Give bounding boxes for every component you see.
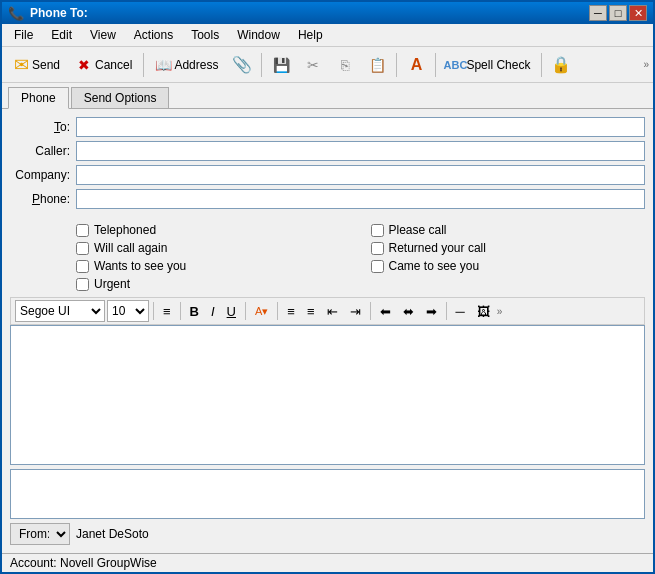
insert-rule-button[interactable]: ─ <box>451 300 470 322</box>
font-button[interactable]: A <box>401 51 431 79</box>
align-right-button[interactable]: ➡ <box>421 300 442 322</box>
paste-button[interactable]: 📋 <box>362 51 392 79</box>
insert-image-button[interactable]: 🖼 <box>472 300 495 322</box>
maximize-button[interactable]: □ <box>609 5 627 21</box>
wants-to-see-label: Wants to see you <box>94 259 186 273</box>
company-input[interactable] <box>76 165 645 185</box>
address-icon: 📖 <box>155 57 171 73</box>
separator-2 <box>261 53 262 77</box>
title-bar-left: 📞 Phone To: <box>8 6 88 21</box>
bold-button[interactable]: B <box>185 300 204 322</box>
please-call-checkbox[interactable] <box>371 224 384 237</box>
will-call-again-checkbox[interactable] <box>76 242 89 255</box>
check-urgent: Urgent <box>76 277 351 291</box>
title-bar: 📞 Phone To: ─ □ ✕ <box>2 2 653 24</box>
check-came-to-see: Came to see you <box>371 259 646 273</box>
paste-icon: 📋 <box>369 57 385 73</box>
check-will-call-again: Will call again <box>76 241 351 255</box>
decrease-indent-button[interactable]: ⇤ <box>322 300 343 322</box>
format-toolbar: Segoe UI 10 ≡ B I U A▾ ≡ ≡ ⇤ ⇥ ⬅ ⬌ ➡ ─ 🖼 <box>10 297 645 325</box>
copy-button[interactable]: ⎘ <box>330 51 360 79</box>
menu-actions[interactable]: Actions <box>126 26 181 44</box>
will-call-again-label: Will call again <box>94 241 167 255</box>
form-row-to: To: <box>10 117 645 137</box>
main-window: 📞 Phone To: ─ □ ✕ File Edit View Actions… <box>0 0 655 574</box>
save-icon: 💾 <box>273 57 289 73</box>
checkboxes-group: Telephoned Please call Will call again R… <box>76 223 645 291</box>
telephoned-checkbox[interactable] <box>76 224 89 237</box>
lock-button[interactable]: 🔒 <box>546 51 576 79</box>
align-left-button[interactable]: ⬅ <box>375 300 396 322</box>
underline-button[interactable]: U <box>222 300 241 322</box>
format-more: » <box>497 306 503 317</box>
close-button[interactable]: ✕ <box>629 5 647 21</box>
cancel-icon: ✖ <box>76 57 92 73</box>
font-icon: A <box>408 57 424 73</box>
ft-sep-2 <box>180 302 181 320</box>
from-bar: From: Janet DeSoto <box>10 523 645 545</box>
menu-bar: File Edit View Actions Tools Window Help <box>2 24 653 47</box>
notes-area[interactable] <box>10 469 645 519</box>
font-select[interactable]: Segoe UI <box>15 300 105 322</box>
from-value: Janet DeSoto <box>76 527 149 541</box>
urgent-label: Urgent <box>94 277 130 291</box>
status-text: Account: Novell GroupWise <box>10 556 157 570</box>
attach-button[interactable]: 📎 <box>227 51 257 79</box>
came-to-see-label: Came to see you <box>389 259 480 273</box>
cancel-button[interactable]: ✖ Cancel <box>69 51 139 79</box>
menu-help[interactable]: Help <box>290 26 331 44</box>
send-button[interactable]: ✉ Send <box>6 51 67 79</box>
urgent-checkbox[interactable] <box>76 278 89 291</box>
numbered-list-button[interactable]: ≡ <box>302 300 320 322</box>
toolbar: ✉ Send ✖ Cancel 📖 Address 📎 💾 ✂ ⎘ 📋 <box>2 47 653 83</box>
cut-icon: ✂ <box>305 57 321 73</box>
ft-sep-4 <box>277 302 278 320</box>
tabs: Phone Send Options <box>2 83 653 109</box>
menu-window[interactable]: Window <box>229 26 288 44</box>
caller-label: Caller: <box>10 144 70 158</box>
indent-button[interactable]: ≡ <box>158 300 176 322</box>
bullet-list-button[interactable]: ≡ <box>282 300 300 322</box>
tab-phone[interactable]: Phone <box>8 87 69 109</box>
check-wants-to-see: Wants to see you <box>76 259 351 273</box>
toolbar-more: » <box>643 59 649 70</box>
menu-file[interactable]: File <box>6 26 41 44</box>
phone-label: Phone: <box>10 192 70 206</box>
minimize-button[interactable]: ─ <box>589 5 607 21</box>
align-center-button[interactable]: ⬌ <box>398 300 419 322</box>
check-please-call: Please call <box>371 223 646 237</box>
font-size-select[interactable]: 10 <box>107 300 149 322</box>
separator-5 <box>541 53 542 77</box>
form-row-phone: Phone: <box>10 189 645 209</box>
cut-button[interactable]: ✂ <box>298 51 328 79</box>
ft-sep-5 <box>370 302 371 320</box>
message-edit-area[interactable] <box>10 325 645 465</box>
came-to-see-checkbox[interactable] <box>371 260 384 273</box>
to-input[interactable] <box>76 117 645 137</box>
window-title: Phone To: <box>30 6 88 20</box>
returned-call-label: Returned your call <box>389 241 486 255</box>
menu-tools[interactable]: Tools <box>183 26 227 44</box>
form-row-caller: Caller: <box>10 141 645 161</box>
content-area: To: Caller: Company: Phone: Telephoned <box>2 109 653 553</box>
spell-check-button[interactable]: ABC Spell Check <box>440 51 537 79</box>
from-select[interactable]: From: <box>10 523 70 545</box>
telephoned-label: Telephoned <box>94 223 156 237</box>
save-button[interactable]: 💾 <box>266 51 296 79</box>
italic-button[interactable]: I <box>206 300 220 322</box>
wants-to-see-checkbox[interactable] <box>76 260 89 273</box>
menu-view[interactable]: View <box>82 26 124 44</box>
address-button[interactable]: 📖 Address <box>148 51 225 79</box>
form-section: To: Caller: Company: Phone: <box>10 117 645 209</box>
phone-input[interactable] <box>76 189 645 209</box>
send-icon: ✉ <box>13 57 29 73</box>
caller-input[interactable] <box>76 141 645 161</box>
check-returned-call: Returned your call <box>371 241 646 255</box>
returned-call-checkbox[interactable] <box>371 242 384 255</box>
menu-edit[interactable]: Edit <box>43 26 80 44</box>
company-label: Company: <box>10 168 70 182</box>
increase-indent-button[interactable]: ⇥ <box>345 300 366 322</box>
tab-send-options[interactable]: Send Options <box>71 87 170 108</box>
ft-sep-6 <box>446 302 447 320</box>
font-color-button[interactable]: A▾ <box>250 300 273 322</box>
